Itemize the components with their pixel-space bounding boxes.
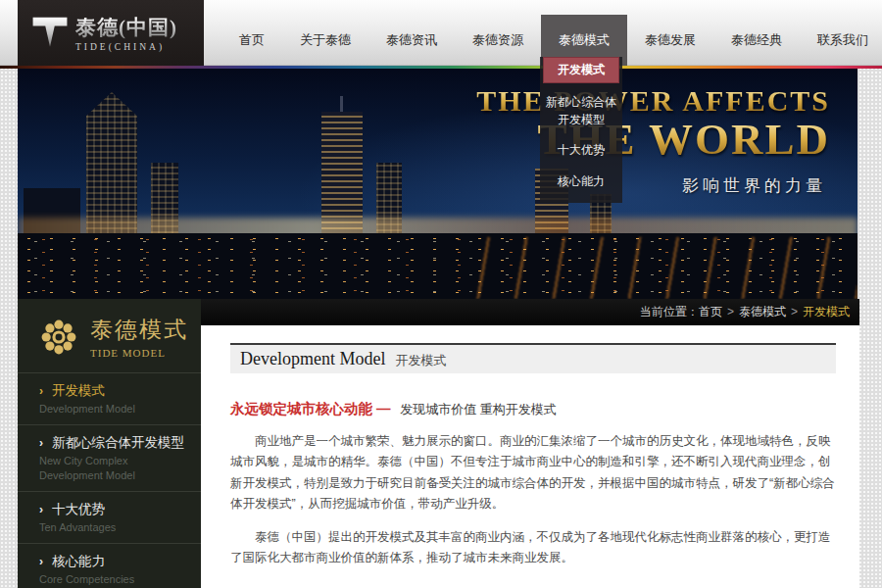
nav-item-home[interactable]: 首页 [221, 15, 282, 66]
nav-item-about[interactable]: 关于泰德 [282, 15, 368, 66]
breadcrumb-current[interactable]: 开发模式 [803, 305, 850, 318]
sidebar-header: 泰德模式 TIDE MODEL [18, 299, 201, 372]
sidebar-item-sublabel: Development Model [39, 402, 191, 416]
nav-item-news[interactable]: 泰德资讯 [368, 15, 455, 66]
chevron-right-icon: › [39, 503, 43, 516]
sidebar-item-label: 十大优势 [52, 502, 105, 516]
sidebar-title: 泰德模式 [90, 315, 188, 345]
paragraph: 泰德（中国）提出的开发模式及其丰富的商业内涵，不仅成为了各地现代化标志性商业群落… [230, 527, 840, 569]
main-content: Development Model 开发模式 永远锁定城市核心动能 — 发现城市… [201, 325, 859, 588]
logo-title: 泰德(中国) [75, 14, 177, 41]
banner-subheadline: 影响世界的力量 [476, 174, 830, 197]
nav-item-classics[interactable]: 泰德经典 [713, 15, 800, 66]
nav-item-contact[interactable]: 联系我们 [800, 15, 882, 66]
page-title-bar: Development Model 开发模式 [230, 343, 836, 373]
slogan: 永远锁定城市核心动能 — 发现城市价值 重构开发模式 [230, 400, 840, 418]
slogan-rest: 发现城市价值 重构开发模式 [400, 402, 557, 416]
nav-item-resources[interactable]: 泰德资源 [455, 15, 541, 66]
chevron-right-icon: › [39, 436, 43, 450]
banner-road-light-streaks [471, 237, 858, 299]
sidebar-item-ten-advantages[interactable]: ›十大优势 Ten Advantages [18, 491, 201, 543]
breadcrumb-home[interactable]: 首页 [699, 305, 722, 318]
sidebar-item-label: 新都心综合体开发模型 [52, 435, 184, 450]
banner-headline-line2: THE WORLD [476, 114, 830, 165]
chevron-right-icon: › [39, 555, 43, 568]
sidebar-item-core-competencies[interactable]: ›核心能力 Core Competencies [18, 543, 201, 588]
breadcrumb-model[interactable]: 泰德模式 [739, 305, 786, 318]
slogan-highlight: 永远锁定城市核心动能 — [230, 401, 391, 416]
sidebar-title-block: 泰德模式 TIDE MODEL [90, 315, 188, 359]
sidebar-item-sublabel: Core Competencies [39, 572, 191, 586]
page-title-en: Development Model [240, 349, 385, 369]
flower-icon [37, 316, 80, 359]
sidebar-item-new-city-complex[interactable]: ›新都心综合体开发模型 New City Complex Development… [18, 424, 201, 491]
dropdown-item-ten-advantages[interactable]: 十大优势 [540, 135, 622, 166]
banner-headline-line1: THE POWER AFFECTS [476, 84, 830, 118]
chevron-right-icon: › [39, 384, 43, 398]
page-title-zh: 开发模式 [395, 350, 446, 369]
breadcrumb-separator: > [727, 305, 734, 318]
sidebar-item-label: 开发模式 [52, 383, 105, 398]
hero-banner: THE POWER AFFECTS THE WORLD 影响世界的力量 [18, 69, 858, 299]
tide-t-icon [31, 14, 69, 53]
logo-subtitle: TIDE(CHINA) [75, 42, 177, 52]
sidebar-subtitle: TIDE MODEL [90, 347, 188, 359]
sidebar-item-development-model[interactable]: ›开发模式 Development Model [18, 372, 201, 424]
breadcrumb-separator: > [791, 305, 798, 318]
dropdown-item-new-city-complex[interactable]: 新都心综合体开发模型 [540, 87, 622, 135]
nav-dropdown-menu: 开发模式 新都心综合体开发模型 十大优势 核心能力 [540, 57, 622, 203]
sidebar-item-label: 核心能力 [52, 554, 105, 568]
paragraph: 商业地产是一个城市繁荣、魅力展示的窗口。商业的汇集浓缩了一个城市的历史文化，体现… [230, 431, 840, 514]
sidebar-item-sublabel: Ten Advantages [39, 520, 191, 534]
right-column: 当前位置：首页>泰德模式>开发模式 Development Model 开发模式… [201, 299, 859, 588]
banner-headline: THE POWER AFFECTS THE WORLD 影响世界的力量 [476, 84, 830, 197]
breadcrumb: 当前位置：首页>泰德模式>开发模式 [201, 299, 859, 325]
page: 泰德(中国) TIDE(CHINA) 首页 关于泰德 泰德资讯 泰德资源 泰德模… [0, 0, 882, 588]
breadcrumb-prefix: 当前位置： [640, 305, 699, 318]
sidebar-item-sublabel: New City Complex Development Model [39, 454, 191, 482]
dropdown-item-development-model[interactable]: 开发模式 [543, 57, 619, 83]
sidebar-menu: ›开发模式 Development Model ›新都心综合体开发模型 New … [18, 372, 201, 588]
nav-item-development[interactable]: 泰德发展 [627, 15, 713, 66]
main-nav: 首页 关于泰德 泰德资讯 泰德资源 泰德模式 泰德发展 泰德经典 联系我们 [208, 0, 870, 66]
lower-section: 泰德模式 TIDE MODEL ›开发模式 Development Model … [18, 299, 858, 588]
stage: THE POWER AFFECTS THE WORLD 影响世界的力量 [18, 69, 858, 588]
top-header: 泰德(中国) TIDE(CHINA) 首页 关于泰德 泰德资讯 泰德资源 泰德模… [0, 0, 882, 66]
dropdown-item-core-competencies[interactable]: 核心能力 [540, 167, 622, 197]
sidebar: 泰德模式 TIDE MODEL ›开发模式 Development Model … [18, 299, 201, 588]
site-logo[interactable]: 泰德(中国) TIDE(CHINA) [18, 0, 204, 66]
rainbow-divider [0, 66, 882, 69]
logo-text: 泰德(中国) TIDE(CHINA) [75, 14, 177, 52]
